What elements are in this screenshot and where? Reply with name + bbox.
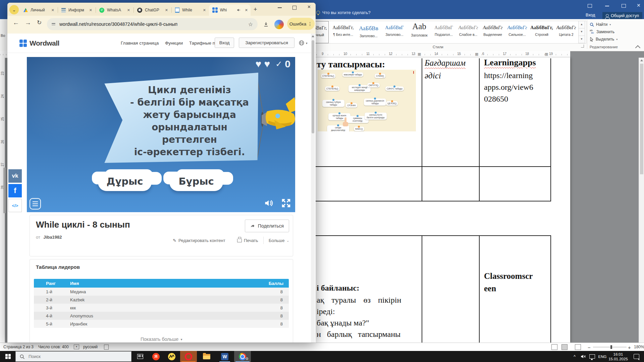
speaker-icon[interactable]	[264, 198, 274, 208]
yandex-music-button[interactable]	[164, 351, 179, 362]
tab-while-doc[interactable]: While✕	[172, 4, 209, 16]
language-indicator[interactable]: ENG	[596, 351, 608, 362]
taskbar-search[interactable]	[15, 351, 131, 362]
gallery-scroll-down-icon[interactable]: ▼	[578, 28, 585, 36]
close-icon[interactable]: ✕	[127, 8, 130, 12]
scroll-up-icon[interactable]	[312, 35, 314, 37]
author-link[interactable]: Jiba1982	[44, 235, 62, 240]
tab-audio-icon[interactable]	[237, 8, 241, 12]
omnibox[interactable]: wordwall.net/ru/resource/30048724/while-…	[47, 18, 258, 30]
scroll-up-icon[interactable]	[640, 59, 643, 61]
yandex-browser-button[interactable]: Я	[149, 351, 163, 362]
tab-search-icon[interactable]: ⌄	[9, 5, 19, 14]
close-icon[interactable]: ✕	[245, 8, 248, 12]
accessibility-icon[interactable]	[104, 345, 109, 350]
collapse-ribbon-icon[interactable]	[635, 45, 641, 51]
gallery-scroll-up-icon[interactable]: ▲	[578, 21, 585, 28]
close-icon[interactable]: ✕	[51, 8, 54, 12]
forward-icon[interactable]: →	[25, 19, 31, 26]
zoom-in-icon[interactable]: +	[628, 345, 631, 350]
fullscreen-icon[interactable]	[280, 198, 292, 208]
style-strong[interactable]: АаБбВвГг, Строгий	[530, 21, 554, 43]
styles-dialog-launcher-icon[interactable]	[581, 45, 584, 48]
nav-home[interactable]: Главная страница	[121, 41, 159, 46]
find-button[interactable]: Найти▾	[590, 22, 611, 27]
close-icon[interactable]: ✕	[307, 4, 311, 9]
read-mode-icon[interactable]	[551, 344, 557, 350]
close-icon[interactable]: ✕	[203, 8, 206, 12]
word-tellme[interactable]: Что вы хотите сделать?	[316, 10, 371, 15]
style-title[interactable]: Aab Заголовок	[407, 21, 431, 43]
restore-icon[interactable]	[622, 4, 626, 8]
site-info-icon[interactable]	[52, 23, 55, 25]
word-scrollbar[interactable]	[639, 58, 644, 343]
style-emphasis[interactable]: АаБбВвГг Выделение	[481, 21, 505, 43]
action-center-icon[interactable]	[631, 351, 641, 362]
wordwall-logo[interactable]: Wordwall	[19, 39, 59, 47]
tab-chatgpt[interactable]: ChatGP✕	[134, 4, 171, 16]
proofing-icon[interactable]: ✕	[74, 345, 79, 349]
status-words[interactable]: Число слов: 400	[38, 345, 69, 349]
scrollbar-thumb[interactable]	[312, 40, 314, 133]
start-button[interactable]	[3, 351, 13, 362]
word-share-button[interactable]: Общий доступ	[602, 12, 642, 19]
print-link[interactable]: Печать	[237, 238, 258, 243]
game-frame[interactable]: ♥ ♥ ✓ 0 Ци	[27, 57, 295, 212]
gallery-expand-icon[interactable]: ▼	[578, 36, 585, 43]
style-quote2[interactable]: АаБбВвГг Цитата 2	[554, 21, 578, 43]
download-icon[interactable]	[263, 21, 269, 27]
back-icon[interactable]: ←	[13, 19, 19, 26]
close-icon[interactable]: ✕	[89, 8, 92, 12]
answer-false-button[interactable]: Бұрыс	[169, 172, 223, 191]
menu-dots-icon[interactable]: ⋮	[308, 21, 312, 26]
replace-button[interactable]: ab ac Заменить	[590, 29, 614, 35]
task-view-button[interactable]	[133, 351, 148, 362]
maximize-icon[interactable]	[292, 6, 297, 10]
style-no-spacing[interactable]: АаБбВвГг, ¶ Без инте...	[331, 21, 355, 43]
tray-expand-icon[interactable]: ^	[570, 351, 579, 362]
zoom-out-icon[interactable]: −	[588, 345, 591, 350]
globe-icon[interactable]	[299, 40, 305, 46]
horizontal-ruler[interactable]: 9 10 11 12 13 14 15 6 17 18 19 ▦ ▦ ▦	[293, 51, 570, 58]
facebook-share-button[interactable]: f	[8, 184, 22, 197]
style-heading1[interactable]: АаБбВв Заголово...	[357, 21, 381, 43]
zoom-slider[interactable]	[593, 347, 627, 347]
register-button[interactable]: Зарегистрироваться	[239, 38, 294, 48]
tab-whatsapp[interactable]: ✆ WhatsA✕	[96, 4, 133, 16]
select-button[interactable]: Выделить▾	[590, 37, 618, 42]
clock[interactable]: 16:01 15.01.2025	[608, 351, 629, 362]
scrollbar-thumb[interactable]	[640, 64, 643, 174]
chrome-scrollbar[interactable]	[311, 34, 315, 343]
zoom-slider-handle[interactable]	[610, 345, 612, 349]
style-subtle-emphasis[interactable]: АаБбВвГг Слабое в...	[456, 21, 480, 43]
opera-button[interactable]	[180, 351, 197, 362]
table-column-marker-icon[interactable]: ▦	[418, 52, 421, 56]
nav-features[interactable]: Функции	[165, 41, 183, 46]
tab-wordwall-active[interactable]: Whi ✕	[209, 4, 251, 16]
bookmark-star-icon[interactable]: ☆	[248, 21, 253, 27]
tab-drive[interactable]: Личный✕	[20, 4, 57, 16]
share-button[interactable]: Поделиться	[245, 220, 289, 232]
close-icon[interactable]: ✕	[165, 8, 168, 12]
error-button[interactable]: Ошибка ⋮	[287, 18, 315, 30]
minimize-icon[interactable]	[605, 6, 609, 6]
print-layout-icon[interactable]	[561, 344, 568, 350]
style-subtitle[interactable]: АаБбВвГ Подзагол...	[432, 21, 456, 43]
network-icon[interactable]	[588, 351, 596, 362]
show-more-button[interactable]: Показать больше ▾	[141, 337, 182, 342]
chevron-down-icon[interactable]: ▾	[306, 42, 308, 45]
chrome-button[interactable]: ⚙	[234, 351, 251, 362]
profile-avatar[interactable]	[274, 20, 284, 29]
word-button[interactable]: W	[217, 351, 232, 362]
tab-inform[interactable]: Информ✕	[58, 4, 95, 16]
edit-content-link[interactable]: ✎ Редактировать контент	[173, 238, 225, 243]
more-menu[interactable]: Больше ⌄	[269, 238, 289, 243]
word-signin[interactable]: Вход	[586, 13, 595, 17]
table-column-marker-icon[interactable]: ▦	[475, 52, 478, 56]
style-heading2[interactable]: АаБбВвГ Заголово...	[382, 21, 407, 43]
new-tab-icon[interactable]: +	[254, 6, 257, 13]
embed-code-button[interactable]: </>	[8, 199, 22, 212]
zoom-level[interactable]: 180%	[634, 345, 644, 349]
game-menu-icon[interactable]	[30, 198, 41, 209]
status-page[interactable]: Страница 2 из 3	[3, 345, 34, 349]
